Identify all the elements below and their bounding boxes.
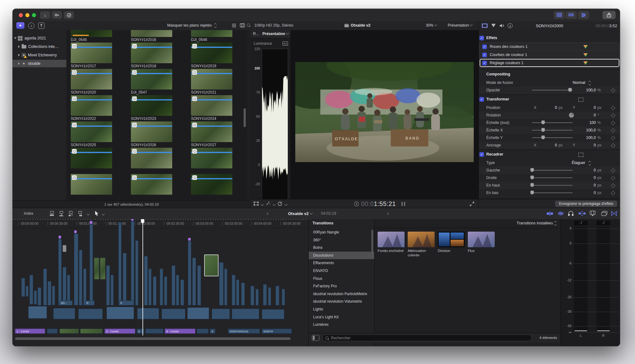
timeline-clip[interactable] — [241, 283, 245, 305]
timeline-clip[interactable] — [58, 239, 62, 305]
overwrite-edit-icon[interactable] — [78, 211, 84, 216]
skimming-icon[interactable] — [547, 211, 553, 216]
show-inspector-toggle[interactable] — [578, 11, 589, 19]
popup-value[interactable]: Normal — [554, 80, 585, 85]
timeline-clip[interactable] — [48, 281, 51, 305]
timeline-clip[interactable] — [282, 289, 285, 305]
browser-clip[interactable]: SONY#1#2020 — [71, 69, 112, 95]
timeline-clip[interactable] — [78, 309, 103, 319]
marker-icon[interactable] — [188, 238, 191, 241]
timeline-ruler[interactable]: 00:00:00:0000:00:30:0000:01:00:0000:01:3… — [13, 219, 308, 228]
browser-clip[interactable]: SONY#1#2026 — [131, 121, 172, 147]
browser-clip[interactable]: SONY#1#2017 — [71, 43, 112, 68]
slider-track[interactable] — [532, 170, 573, 171]
viewer-zoom-popup[interactable]: 30% — [426, 23, 437, 28]
timeline-clip[interactable] — [111, 275, 114, 305]
browser-clip[interactable]: SONY#1#2018 — [131, 43, 172, 68]
browser-clip[interactable]: SONY#1#2022 — [71, 95, 112, 121]
audio-skimming-icon[interactable] — [557, 211, 564, 216]
param-value[interactable]: 0 — [580, 113, 596, 117]
share-button[interactable] — [602, 11, 616, 19]
timeline-clip[interactable] — [52, 286, 55, 305]
save-effects-preset-button[interactable]: Enregistrer le préréglage d'effets — [555, 201, 617, 207]
browser-clip[interactable]: DJI_0546 — [191, 30, 232, 42]
param-value[interactable]: 0 — [580, 176, 596, 180]
timeline-clip[interactable] — [144, 256, 148, 305]
color-effect-icon[interactable] — [583, 61, 588, 65]
search-field[interactable] — [323, 335, 532, 341]
sidebar-item[interactable]: ★Mixel Etcheverry — [13, 51, 66, 59]
timeline-clip[interactable] — [232, 275, 235, 305]
browser-clip[interactable]: DJI_0545 — [71, 30, 112, 42]
keyframe-diamond-icon[interactable] — [611, 88, 615, 93]
disclosure-triangle[interactable] — [14, 37, 17, 39]
disclosure-triangle[interactable] — [18, 62, 20, 65]
timeline-clip[interactable] — [250, 286, 254, 305]
keyframe-diamond-icon[interactable] — [611, 191, 615, 195]
effects-checkbox[interactable] — [479, 36, 484, 40]
section-checkbox[interactable] — [479, 97, 484, 102]
timeline-clip[interactable] — [79, 250, 82, 305]
param-value[interactable]: 100,0 — [580, 136, 596, 140]
param-value[interactable]: 0 — [580, 183, 596, 187]
timeline-hscrollbar[interactable] — [15, 337, 291, 340]
sidebar-item[interactable]: Collections inte… — [13, 43, 66, 50]
select-tool-icon[interactable] — [95, 211, 99, 216]
photos-audio-sidebar-icon[interactable]: ♪ — [28, 23, 34, 29]
param-value[interactable]: 100,0 — [580, 88, 596, 92]
transitions-category[interactable]: Lumières — [309, 321, 374, 328]
transitions-scrollbar[interactable] — [371, 230, 373, 258]
insert-edit-icon[interactable] — [59, 211, 65, 216]
transitions-category[interactable]: 00Ryan Nangle — [309, 228, 374, 236]
timeline-clip[interactable]: S — [119, 300, 133, 305]
slider-knob[interactable] — [530, 183, 534, 187]
slider-knob[interactable] — [530, 191, 534, 194]
browser-clip[interactable]: SONY#1#2025 — [71, 121, 112, 147]
timeline-bottom-clip[interactable]: SONY#2#2141 — [228, 329, 260, 334]
chevron-down-icon[interactable] — [285, 203, 288, 206]
slider-track[interactable] — [532, 130, 573, 131]
connect-edit-icon[interactable] — [49, 211, 56, 216]
transitions-category[interactable]: Effacements — [309, 259, 374, 267]
popup-value[interactable]: Élaguer — [554, 161, 585, 165]
timeline-index-button[interactable]: Index — [24, 211, 34, 216]
transition-item[interactable]: Division — [438, 232, 465, 253]
transform-tools-popup[interactable] — [254, 202, 259, 206]
x-value[interactable]: 0 — [541, 143, 557, 147]
transitions-category[interactable]: Luca's Light Kit — [309, 313, 374, 321]
timeline-bottom-clip[interactable]: SONY# — [262, 329, 292, 334]
keying-button[interactable] — [52, 11, 62, 19]
transitions-category[interactable]: Dissolutions — [309, 252, 374, 259]
mini-meter-right[interactable] — [404, 202, 405, 206]
media-sidebar-icon[interactable]: ★ — [16, 22, 24, 29]
append-edit-icon[interactable] — [68, 211, 75, 216]
timeline-forward-button[interactable]: › — [387, 211, 389, 216]
timeline-clip[interactable] — [176, 275, 179, 305]
timeline-clip[interactable] — [268, 287, 271, 305]
effect-row[interactable]: Courbes de couleur 1 — [480, 51, 619, 59]
playhead-handle[interactable] — [141, 219, 144, 223]
timeline-clip[interactable] — [164, 276, 167, 305]
slider-track[interactable] — [532, 122, 573, 123]
browser-clip[interactable] — [71, 174, 112, 195]
timeline-clip[interactable] — [29, 275, 33, 305]
timeline-clip[interactable] — [172, 265, 175, 305]
timeline-clip[interactable] — [180, 279, 184, 305]
browser-clip[interactable]: SONY#1#2019 — [191, 43, 232, 68]
param-value[interactable]: 100 — [580, 120, 596, 125]
timeline-clip[interactable] — [236, 279, 239, 305]
timeline-clip[interactable] — [26, 286, 28, 297]
secondary-display-icon[interactable] — [601, 211, 607, 216]
timeline-clip[interactable] — [83, 269, 86, 305]
import-media-button[interactable]: ↓ — [40, 11, 50, 19]
zoom-window-button[interactable] — [32, 13, 36, 17]
timeline-clip[interactable] — [63, 267, 66, 305]
browser-clip[interactable] — [131, 174, 172, 195]
timeline-bottom-clip[interactable]: S — [210, 329, 215, 334]
transform-icon[interactable] — [578, 98, 583, 102]
browser-clip[interactable]: SONY#1#2021 — [191, 69, 232, 95]
timeline-clip[interactable] — [219, 262, 224, 305]
timeline-clip[interactable] — [34, 290, 37, 305]
clip-appearance-icon[interactable] — [590, 211, 596, 216]
sidebar-item[interactable]: ★otxalde — [13, 60, 66, 67]
